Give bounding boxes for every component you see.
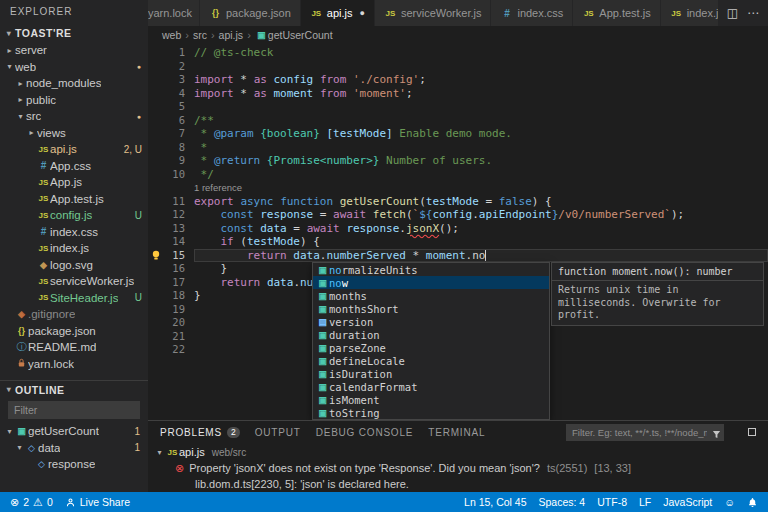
suggest-item-duration[interactable]: ▣duration: [313, 328, 549, 341]
code-line[interactable]: 13 const data = await response.jsonX();: [148, 222, 768, 236]
code-line[interactable]: 12 const response = await fetch(`${confi…: [148, 208, 768, 222]
breadcrumb-item-getusercount[interactable]: ▣getUserCount: [255, 29, 333, 41]
problems-status[interactable]: ⊗ 2 ⚠ 0: [4, 492, 59, 512]
code-line[interactable]: 6/**: [148, 114, 768, 128]
suggest-item-monthsshort[interactable]: ▣monthsShort: [313, 302, 549, 315]
tree-item-app-css[interactable]: #App.css: [0, 158, 148, 175]
breadcrumb-item-api-js[interactable]: api.js: [219, 29, 244, 41]
code-line[interactable]: 14 if (testMode) {: [148, 235, 768, 249]
tree-item-serviceworker-js[interactable]: JSserviceWorker.js: [0, 273, 148, 290]
outline-filter-input[interactable]: [8, 401, 140, 419]
tree-item-app-js[interactable]: JSApp.js: [0, 174, 148, 191]
code-line[interactable]: 4import * as moment from 'moment';: [148, 87, 768, 101]
line-number: 22: [163, 343, 194, 357]
code-line[interactable]: 1// @ts-check: [148, 46, 768, 60]
code-line[interactable]: 5: [148, 100, 768, 114]
variable-icon: ◇: [25, 443, 38, 453]
tree-item-web[interactable]: ▾web●: [0, 59, 148, 76]
code-line[interactable]: 11export async function getUserCount(tes…: [148, 195, 768, 209]
outline-item-getusercount[interactable]: ▾▣getUserCount1: [0, 423, 148, 440]
code-line[interactable]: 15 return data.numberServed * moment.no: [148, 249, 768, 263]
code-line[interactable]: 8 *: [148, 141, 768, 155]
tab-serviceworker-js[interactable]: JSserviceWorker.js: [375, 0, 491, 26]
suggest-item-parsezone[interactable]: ▣parseZone: [313, 341, 549, 354]
tree-item-index-js[interactable]: JSindex.js: [0, 240, 148, 257]
tab-api-js[interactable]: JSapi.js●: [301, 0, 375, 26]
tree-item-readme-md[interactable]: ⓘREADME.md: [0, 339, 148, 356]
panel-tab-terminal[interactable]: TERMINAL: [428, 427, 485, 438]
outline-item-data[interactable]: ▾◇data1: [0, 440, 148, 457]
code-line[interactable]: 9 * @return {Promise<number>} Number of …: [148, 154, 768, 168]
suggest-item-now[interactable]: ▣now: [313, 276, 549, 289]
codelens-label[interactable]: 1 reference: [194, 182, 242, 193]
suggest-item-calendarformat[interactable]: ▣calendarFormat: [313, 380, 549, 393]
panel-tab-problems[interactable]: PROBLEMS2: [160, 427, 240, 438]
git-icon: ◈: [15, 309, 28, 319]
tab-index-css[interactable]: #index.css: [491, 0, 573, 26]
tree-item-config-js[interactable]: JSconfig.jsU: [0, 207, 148, 224]
notifications-bell-icon[interactable]: [741, 492, 764, 512]
suggest-item-months[interactable]: ▣months: [313, 289, 549, 302]
lightbulb-icon[interactable]: [148, 249, 163, 263]
suggest-item-version[interactable]: ▤version: [313, 315, 549, 328]
language-mode[interactable]: JavaScript: [657, 496, 718, 508]
tree-item-node-modules[interactable]: ▸node_modules: [0, 75, 148, 92]
tree-item-src[interactable]: ▾src●: [0, 108, 148, 125]
project-section-header[interactable]: ▾ TOAST'RE: [0, 24, 148, 42]
problems-filter-input[interactable]: [566, 424, 724, 441]
feedback-smiley-icon[interactable]: ☺: [718, 492, 741, 512]
code-line[interactable]: 10 */: [148, 168, 768, 182]
tree-item-index-css[interactable]: #index.css: [0, 224, 148, 241]
suggest-item-tostring[interactable]: ▣toString: [313, 406, 549, 419]
tree-item-app-test-js[interactable]: JSApp.test.js: [0, 191, 148, 208]
outline-item-response[interactable]: ◇response: [0, 456, 148, 473]
eol-setting[interactable]: LF: [633, 496, 657, 508]
panel-tab-debug-console[interactable]: DEBUG CONSOLE: [316, 427, 414, 438]
gutter: 21: [148, 330, 194, 344]
tree-item-public[interactable]: ▸public: [0, 92, 148, 109]
panel-tab-output[interactable]: OUTPUT: [255, 427, 301, 438]
code-line[interactable]: 2: [148, 60, 768, 74]
suggest-item-ismoment[interactable]: ▣isMoment: [313, 393, 549, 406]
tree-item-yarn-lock[interactable]: yarn.lock: [0, 356, 148, 373]
line-number: 19: [163, 303, 194, 317]
live-share-button[interactable]: Live Share: [59, 492, 136, 512]
indentation-setting[interactable]: Spaces: 4: [533, 496, 592, 508]
code-line[interactable]: 7 * @param {boolean} [testMode] Enable d…: [148, 127, 768, 141]
maximize-panel-icon[interactable]: [748, 428, 756, 436]
tree-item-logo-svg[interactable]: ◆logo.svg: [0, 257, 148, 274]
tab-app-test-js[interactable]: JSApp.test.js: [573, 0, 660, 26]
codelens-row[interactable]: 1 reference: [148, 181, 768, 195]
method-icon: ▣: [316, 304, 329, 314]
gutter: 3: [148, 73, 194, 87]
suggest-item-isduration[interactable]: ▣isDuration: [313, 367, 549, 380]
tree-item-gitignore[interactable]: ◈.gitignore: [0, 306, 148, 323]
outline-section-header[interactable]: ▾ OUTLINE: [0, 380, 148, 398]
split-editor-icon[interactable]: ◫: [727, 6, 738, 20]
tab-yarn-lock[interactable]: yarn.lock: [148, 0, 200, 26]
tab-index-js[interactable]: JSindex.js: [661, 0, 718, 26]
breadcrumb-item-src[interactable]: src: [193, 29, 207, 41]
tree-item-siteheader-js[interactable]: JSSiteHeader.jsU: [0, 290, 148, 307]
line-number: 16: [163, 262, 194, 276]
code-editor[interactable]: 1// @ts-check23import * as config from '…: [148, 44, 768, 420]
problem-related-row[interactable]: lib.dom.d.ts[2230, 5]: 'json' is declare…: [148, 476, 768, 492]
encoding[interactable]: UTF-8: [591, 496, 633, 508]
suggest-item-definelocale[interactable]: ▣defineLocale: [313, 354, 549, 367]
css-icon: #: [37, 226, 50, 237]
problem-file-row[interactable]: ▾JSapi.jsweb/src: [148, 444, 768, 460]
tab-package-json[interactable]: {}package.json: [200, 0, 301, 26]
suggest-item-normalizeunits[interactable]: ▣normalizeUnits: [313, 263, 549, 276]
gutter: 5: [148, 100, 194, 114]
code-line[interactable]: 3import * as config from './config';: [148, 73, 768, 87]
git-status-badge: 2, U: [124, 144, 148, 155]
tree-item-server[interactable]: ▸server: [0, 42, 148, 59]
tree-item-api-js[interactable]: JSapi.js2, U: [0, 141, 148, 158]
tree-item-views[interactable]: ▸views: [0, 125, 148, 142]
tree-item-package-json[interactable]: {}package.json: [0, 323, 148, 340]
more-actions-icon[interactable]: ⋯: [747, 6, 759, 20]
problem-row[interactable]: ⊗Property 'jsonX' does not exist on type…: [148, 460, 768, 476]
explorer-sidebar: EXPLORER ▾ TOAST'RE ▸server▾web●▸node_mo…: [0, 0, 148, 492]
breadcrumb-item-web[interactable]: web: [162, 29, 181, 41]
cursor-position[interactable]: Ln 15, Col 45: [458, 496, 532, 508]
